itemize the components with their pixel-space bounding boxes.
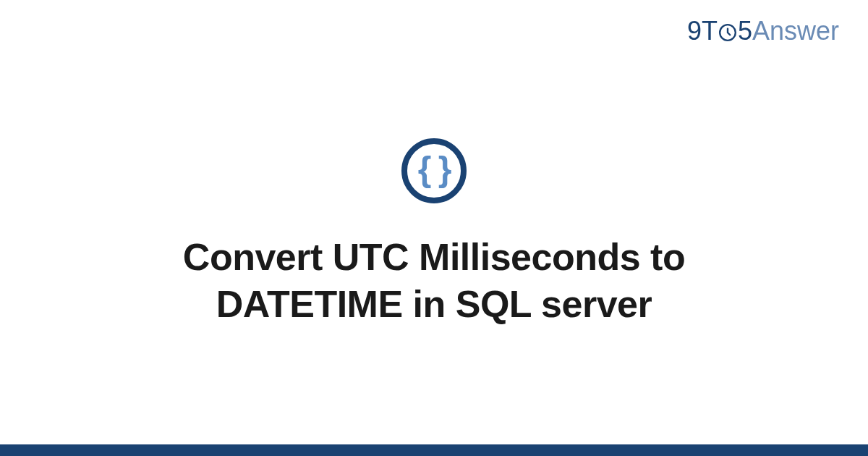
code-braces-icon: { } bbox=[418, 152, 451, 187]
footer-bar bbox=[0, 444, 868, 456]
topic-icon-circle: { } bbox=[401, 138, 467, 203]
page-title: Convert UTC Milliseconds to DATETIME in … bbox=[109, 234, 760, 328]
main-content: { } Convert UTC Milliseconds to DATETIME… bbox=[0, 0, 868, 444]
